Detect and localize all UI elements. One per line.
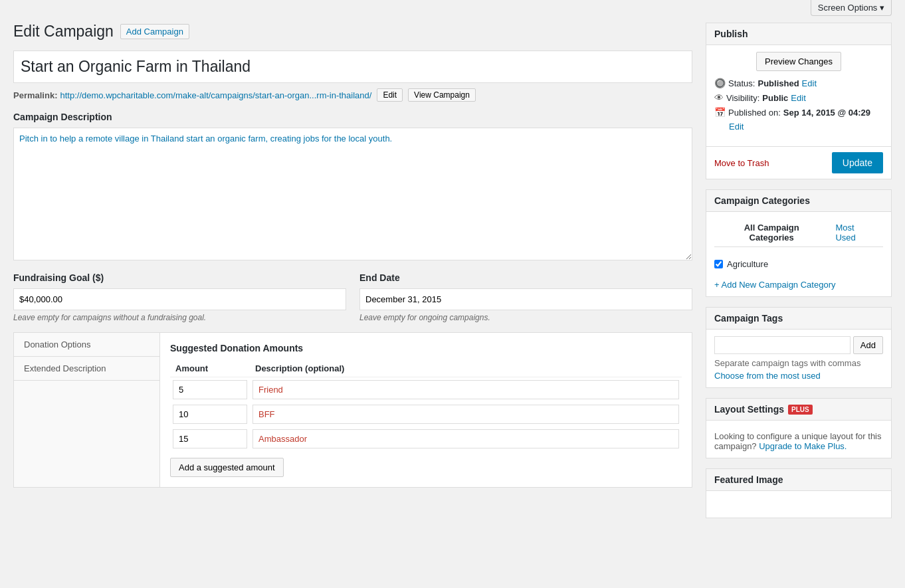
layout-settings-title-bar: Layout Settings PLUS — [706, 399, 891, 421]
campaign-tags-box: Campaign Tags Add Separate campaign tags… — [706, 307, 892, 388]
donations-title: Suggested Donation Amounts — [170, 343, 682, 353]
featured-image-title: Featured Image — [706, 469, 891, 491]
add-amount-button[interactable]: Add a suggested amount — [170, 458, 284, 477]
visibility-edit-link[interactable]: Edit — [791, 93, 805, 103]
category-label-agriculture: Agriculture — [727, 259, 768, 269]
description-input-2[interactable] — [252, 405, 679, 424]
all-categories-tab[interactable]: All Campaign Categories — [714, 219, 829, 246]
category-checkbox-agriculture[interactable] — [714, 260, 723, 268]
category-list: Agriculture — [714, 252, 883, 276]
visibility-value: Public — [762, 93, 788, 103]
end-date-input[interactable] — [359, 288, 692, 310]
page-title: Edit Campaign — [13, 23, 114, 41]
publish-title: Publish — [706, 23, 891, 45]
tags-hint: Separate campaign tags with commas — [714, 358, 883, 368]
layout-description: Looking to configure a unique layout for… — [714, 431, 883, 451]
status-edit-link[interactable]: Edit — [802, 78, 817, 88]
tab-extended-description[interactable]: Extended Description — [14, 357, 159, 381]
publish-box: Publish Preview Changes 🔘 Status: Publis… — [706, 23, 892, 179]
preview-changes-button[interactable]: Preview Changes — [756, 52, 841, 71]
tags-input[interactable] — [714, 336, 851, 354]
move-to-trash-link[interactable]: Move to Trash — [714, 158, 769, 168]
layout-settings-box: Layout Settings PLUS Looking to configur… — [706, 398, 892, 458]
featured-image-box: Featured Image — [706, 468, 892, 518]
screen-options-button[interactable]: Screen Options ▾ — [811, 0, 892, 16]
visibility-label: Visibility: — [726, 93, 759, 103]
amount-header: Amount — [170, 360, 250, 377]
choose-most-used-link[interactable]: Choose from the most used — [714, 371, 821, 381]
permalink-label: Permalink: — [13, 90, 57, 100]
tab-sidebar: Donation Options Extended Description — [14, 333, 160, 487]
description-header: Description (optional) — [250, 360, 682, 377]
table-row — [170, 427, 682, 451]
campaign-title-input[interactable] — [21, 58, 685, 76]
amount-input-2[interactable] — [173, 405, 247, 424]
permalink-row: Permalink: http://demo.wpcharitable.com/… — [13, 88, 692, 102]
donation-table: Amount Description (optional) — [170, 360, 682, 451]
fundraising-goal-input[interactable] — [13, 288, 346, 310]
description-label: Campaign Description — [13, 112, 692, 122]
tab-content: Suggested Donation Amounts Amount Descri… — [160, 333, 692, 487]
visibility-icon: 👁 — [714, 92, 724, 103]
campaign-tags-title: Campaign Tags — [706, 308, 891, 330]
description-input-1[interactable] — [252, 380, 679, 399]
published-edit-link[interactable]: Edit — [729, 122, 744, 132]
fundraising-label: Fundraising Goal ($) — [13, 272, 346, 283]
published-row: 📅 Published on: Sep 14, 2015 @ 04:29 — [714, 107, 883, 118]
status-label: Status: — [728, 78, 755, 88]
tabs-section: Donation Options Extended Description Su… — [13, 332, 692, 488]
tags-add-button[interactable]: Add — [853, 336, 883, 354]
end-date-hint: Leave empty for ongoing campaigns. — [359, 313, 692, 322]
status-row: 🔘 Status: Published Edit — [714, 78, 883, 88]
published-value: Sep 14, 2015 @ 04:29 — [783, 108, 870, 118]
description-input-3[interactable] — [252, 429, 679, 448]
campaign-categories-title: Campaign Categories — [706, 190, 891, 212]
status-value: Published — [757, 78, 799, 88]
permalink-link[interactable]: http://demo.wpcharitable.com/make-alt/ca… — [60, 90, 371, 100]
calendar-icon: 📅 — [714, 107, 726, 118]
add-new-category-link[interactable]: + Add New Campaign Category — [714, 280, 883, 290]
view-campaign-button[interactable]: View Campaign — [408, 88, 476, 102]
campaign-categories-box: Campaign Categories All Campaign Categor… — [706, 189, 892, 297]
amount-input-1[interactable] — [173, 380, 247, 399]
most-used-tab[interactable]: Most Used — [829, 219, 883, 246]
visibility-row: 👁 Visibility: Public Edit — [714, 92, 883, 103]
campaign-description-textarea[interactable]: Pitch in to help a remote village in Tha… — [13, 128, 692, 260]
end-date-label: End Date — [359, 272, 692, 283]
permalink-edit-button[interactable]: Edit — [377, 88, 403, 102]
table-row — [170, 402, 682, 427]
table-row — [170, 377, 682, 403]
upgrade-link[interactable]: Upgrade to Make Plus. — [759, 441, 847, 451]
tab-donation-options[interactable]: Donation Options — [14, 333, 159, 357]
add-campaign-button[interactable]: Add Campaign — [120, 24, 189, 39]
fundraising-hint: Leave empty for campaigns without a fund… — [13, 313, 346, 322]
amount-input-3[interactable] — [173, 429, 247, 448]
published-label: Published on: — [728, 108, 781, 118]
update-button[interactable]: Update — [832, 152, 883, 173]
status-icon: 🔘 — [714, 78, 726, 88]
layout-settings-label: Layout Settings — [714, 404, 784, 415]
plus-badge: PLUS — [788, 405, 813, 415]
title-box — [13, 50, 692, 83]
list-item: Agriculture — [714, 258, 883, 270]
screen-options-label: Screen Options — [818, 3, 878, 13]
